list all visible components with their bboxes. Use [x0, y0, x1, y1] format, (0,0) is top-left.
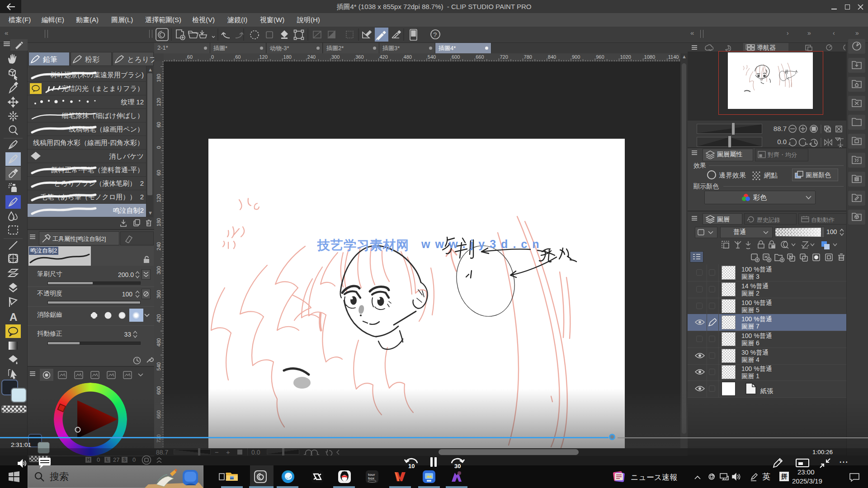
svg-text:1020: 1020 — [620, 54, 631, 60]
svg-text:780: 780 — [524, 54, 532, 60]
svg-text:60: 60 — [156, 170, 161, 175]
svg-text:420: 420 — [156, 314, 161, 322]
svg-text:420: 420 — [379, 54, 387, 60]
svg-text:360: 360 — [156, 290, 161, 298]
svg-text:1140: 1140 — [668, 54, 679, 60]
svg-text:900: 900 — [572, 54, 580, 60]
svg-text:180: 180 — [156, 74, 161, 82]
svg-text:10: 10 — [408, 463, 415, 469]
svg-text:660: 660 — [156, 410, 161, 418]
svg-text:240: 240 — [156, 242, 161, 250]
svg-text:30: 30 — [454, 463, 461, 469]
svg-text:540: 540 — [428, 54, 436, 60]
svg-text:300: 300 — [156, 266, 161, 274]
svg-text:480: 480 — [156, 338, 161, 347]
svg-text:600: 600 — [156, 386, 161, 394]
svg-text:960: 960 — [596, 54, 604, 60]
svg-text:120: 120 — [156, 98, 161, 106]
svg-text:180: 180 — [283, 54, 292, 60]
svg-text:box: box — [368, 476, 375, 480]
svg-text:60: 60 — [235, 54, 241, 60]
svg-text:240: 240 — [307, 54, 316, 60]
svg-text:720: 720 — [156, 434, 161, 442]
svg-text:480: 480 — [404, 54, 412, 60]
svg-text:540: 540 — [156, 362, 161, 371]
svg-text:60: 60 — [156, 122, 161, 127]
svg-text:600: 600 — [452, 54, 460, 60]
svg-text:180: 180 — [156, 218, 161, 226]
svg-text:720: 720 — [500, 54, 508, 60]
svg-text:0: 0 — [211, 54, 214, 60]
svg-text:1080: 1080 — [644, 54, 655, 60]
svg-text:60: 60 — [187, 54, 193, 60]
svg-text:360: 360 — [355, 54, 363, 60]
svg-text:0: 0 — [156, 146, 161, 149]
svg-text:?: ? — [433, 31, 437, 38]
svg-text:A: A — [9, 311, 17, 323]
svg-text:840: 840 — [548, 54, 556, 60]
svg-text:120: 120 — [156, 194, 161, 202]
svg-text:120: 120 — [259, 54, 267, 60]
svg-text:660: 660 — [476, 54, 484, 60]
svg-text:300: 300 — [331, 54, 340, 60]
